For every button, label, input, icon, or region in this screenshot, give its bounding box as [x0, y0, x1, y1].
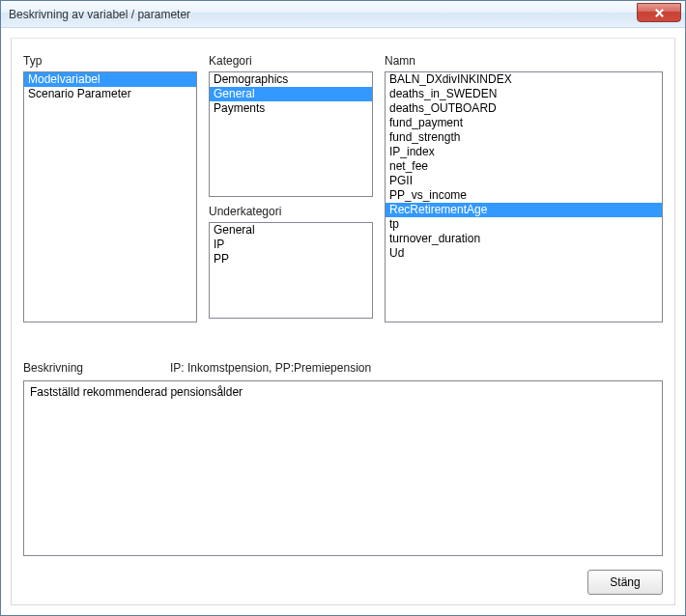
columns: Typ ModelvariabelScenario Parameter Kate… — [23, 54, 663, 334]
label-beskrivning: Beskrivning — [23, 361, 83, 375]
close-window-button[interactable] — [637, 3, 681, 22]
titlebar: Beskrivning av variabel / parameter — [1, 1, 685, 28]
list-item[interactable]: deaths_OUTBOARD — [386, 101, 662, 116]
list-item[interactable]: Ud — [386, 246, 662, 261]
list-item[interactable]: Demographics — [210, 72, 372, 87]
listbox-kategori[interactable]: DemographicsGeneralPayments — [209, 71, 373, 197]
description-text: Fastställd rekommenderad pensionsålder — [30, 385, 243, 399]
listbox-underkategori[interactable]: GeneralIPPP — [209, 222, 373, 319]
description-header-row: Beskrivning IP: Inkomstpension, PP:Premi… — [23, 361, 663, 375]
list-item[interactable]: fund_payment — [386, 116, 662, 130]
description-hint: IP: Inkomstpension, PP:Premiepension — [170, 361, 371, 375]
col-kategori: Kategori DemographicsGeneralPayments Und… — [209, 54, 373, 334]
list-item[interactable]: General — [210, 87, 372, 101]
close-icon — [654, 8, 665, 18]
close-button[interactable]: Stäng — [587, 570, 663, 595]
list-item[interactable]: Modelvariabel — [24, 72, 196, 87]
label-namn: Namn — [385, 54, 663, 68]
list-item[interactable]: tp — [386, 217, 662, 232]
list-item[interactable]: RecRetirementAge — [386, 203, 662, 217]
label-underkategori: Underkategori — [209, 205, 373, 218]
label-kategori: Kategori — [209, 54, 373, 68]
list-item[interactable]: PP_vs_income — [386, 188, 662, 203]
list-item[interactable]: Payments — [210, 101, 372, 116]
listbox-typ[interactable]: ModelvariabelScenario Parameter — [23, 71, 197, 322]
list-item[interactable]: IP_index — [386, 145, 662, 159]
listbox-namn[interactable]: BALN_DXdivINKINDEXdeaths_in_SWEDENdeaths… — [385, 71, 663, 322]
col-namn: Namn BALN_DXdivINKINDEXdeaths_in_SWEDENd… — [385, 54, 663, 334]
label-typ: Typ — [23, 54, 197, 68]
description-box[interactable]: Fastställd rekommenderad pensionsålder — [23, 380, 663, 556]
list-item[interactable]: net_fee — [386, 159, 662, 174]
content-area: Typ ModelvariabelScenario Parameter Kate… — [1, 28, 685, 615]
main-panel: Typ ModelvariabelScenario Parameter Kate… — [11, 38, 675, 605]
list-item[interactable]: General — [210, 223, 372, 238]
list-item[interactable]: fund_strength — [386, 130, 662, 145]
list-item[interactable]: PP — [210, 252, 372, 266]
list-item[interactable]: turnover_duration — [386, 232, 662, 246]
window-title: Beskrivning av variabel / parameter — [9, 8, 190, 21]
list-item[interactable]: PGII — [386, 174, 662, 188]
footer: Stäng — [23, 566, 663, 595]
list-item[interactable]: BALN_DXdivINKINDEX — [386, 72, 662, 87]
list-item[interactable]: Scenario Parameter — [24, 87, 196, 101]
dialog-window: Beskrivning av variabel / parameter Typ … — [0, 0, 686, 616]
list-item[interactable]: IP — [210, 238, 372, 252]
list-item[interactable]: deaths_in_SWEDEN — [386, 87, 662, 101]
col-typ: Typ ModelvariabelScenario Parameter — [23, 54, 197, 334]
